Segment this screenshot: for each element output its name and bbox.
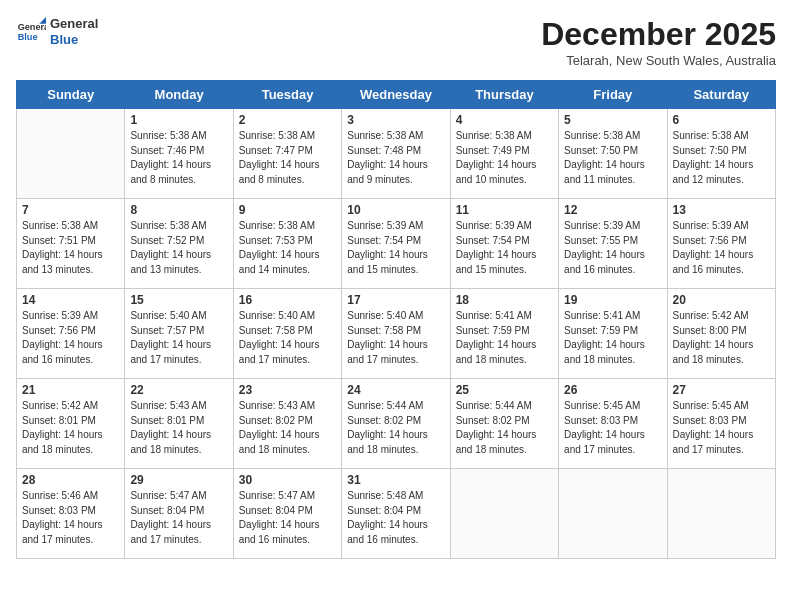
cell-content: Sunrise: 5:41 AMSunset: 7:59 PMDaylight:…	[456, 309, 553, 367]
cell-content: Sunrise: 5:38 AMSunset: 7:46 PMDaylight:…	[130, 129, 227, 187]
day-number: 17	[347, 293, 444, 307]
calendar-cell: 1Sunrise: 5:38 AMSunset: 7:46 PMDaylight…	[125, 109, 233, 199]
calendar-cell: 20Sunrise: 5:42 AMSunset: 8:00 PMDayligh…	[667, 289, 775, 379]
calendar-table: SundayMondayTuesdayWednesdayThursdayFrid…	[16, 80, 776, 559]
day-number: 11	[456, 203, 553, 217]
svg-text:General: General	[18, 22, 46, 32]
cell-content: Sunrise: 5:39 AMSunset: 7:56 PMDaylight:…	[22, 309, 119, 367]
logo-icon: General Blue	[16, 17, 46, 47]
calendar-week-row: 14Sunrise: 5:39 AMSunset: 7:56 PMDayligh…	[17, 289, 776, 379]
page-header: General Blue General Blue December 2025 …	[16, 16, 776, 68]
day-number: 13	[673, 203, 770, 217]
calendar-cell: 26Sunrise: 5:45 AMSunset: 8:03 PMDayligh…	[559, 379, 667, 469]
cell-content: Sunrise: 5:38 AMSunset: 7:50 PMDaylight:…	[673, 129, 770, 187]
calendar-cell: 15Sunrise: 5:40 AMSunset: 7:57 PMDayligh…	[125, 289, 233, 379]
cell-content: Sunrise: 5:47 AMSunset: 8:04 PMDaylight:…	[239, 489, 336, 547]
day-number: 12	[564, 203, 661, 217]
calendar-cell: 13Sunrise: 5:39 AMSunset: 7:56 PMDayligh…	[667, 199, 775, 289]
day-number: 15	[130, 293, 227, 307]
day-number: 1	[130, 113, 227, 127]
day-number: 16	[239, 293, 336, 307]
calendar-cell: 5Sunrise: 5:38 AMSunset: 7:50 PMDaylight…	[559, 109, 667, 199]
cell-content: Sunrise: 5:38 AMSunset: 7:50 PMDaylight:…	[564, 129, 661, 187]
calendar-cell: 27Sunrise: 5:45 AMSunset: 8:03 PMDayligh…	[667, 379, 775, 469]
logo-general: General	[50, 16, 98, 32]
calendar-cell: 2Sunrise: 5:38 AMSunset: 7:47 PMDaylight…	[233, 109, 341, 199]
cell-content: Sunrise: 5:44 AMSunset: 8:02 PMDaylight:…	[456, 399, 553, 457]
day-header-wednesday: Wednesday	[342, 81, 450, 109]
cell-content: Sunrise: 5:42 AMSunset: 8:00 PMDaylight:…	[673, 309, 770, 367]
day-header-saturday: Saturday	[667, 81, 775, 109]
day-number: 31	[347, 473, 444, 487]
day-number: 3	[347, 113, 444, 127]
cell-content: Sunrise: 5:39 AMSunset: 7:54 PMDaylight:…	[347, 219, 444, 277]
cell-content: Sunrise: 5:42 AMSunset: 8:01 PMDaylight:…	[22, 399, 119, 457]
calendar-cell: 21Sunrise: 5:42 AMSunset: 8:01 PMDayligh…	[17, 379, 125, 469]
calendar-week-row: 21Sunrise: 5:42 AMSunset: 8:01 PMDayligh…	[17, 379, 776, 469]
day-number: 21	[22, 383, 119, 397]
cell-content: Sunrise: 5:44 AMSunset: 8:02 PMDaylight:…	[347, 399, 444, 457]
title-area: December 2025 Telarah, New South Wales, …	[541, 16, 776, 68]
cell-content: Sunrise: 5:43 AMSunset: 8:02 PMDaylight:…	[239, 399, 336, 457]
cell-content: Sunrise: 5:38 AMSunset: 7:52 PMDaylight:…	[130, 219, 227, 277]
calendar-cell: 25Sunrise: 5:44 AMSunset: 8:02 PMDayligh…	[450, 379, 558, 469]
day-number: 27	[673, 383, 770, 397]
calendar-cell: 12Sunrise: 5:39 AMSunset: 7:55 PMDayligh…	[559, 199, 667, 289]
calendar-week-row: 7Sunrise: 5:38 AMSunset: 7:51 PMDaylight…	[17, 199, 776, 289]
calendar-week-row: 1Sunrise: 5:38 AMSunset: 7:46 PMDaylight…	[17, 109, 776, 199]
day-number: 26	[564, 383, 661, 397]
day-header-thursday: Thursday	[450, 81, 558, 109]
day-number: 6	[673, 113, 770, 127]
cell-content: Sunrise: 5:38 AMSunset: 7:47 PMDaylight:…	[239, 129, 336, 187]
calendar-cell: 28Sunrise: 5:46 AMSunset: 8:03 PMDayligh…	[17, 469, 125, 559]
calendar-cell: 3Sunrise: 5:38 AMSunset: 7:48 PMDaylight…	[342, 109, 450, 199]
day-number: 14	[22, 293, 119, 307]
month-title: December 2025	[541, 16, 776, 53]
day-number: 7	[22, 203, 119, 217]
cell-content: Sunrise: 5:39 AMSunset: 7:54 PMDaylight:…	[456, 219, 553, 277]
day-header-monday: Monday	[125, 81, 233, 109]
calendar-cell	[450, 469, 558, 559]
calendar-cell: 10Sunrise: 5:39 AMSunset: 7:54 PMDayligh…	[342, 199, 450, 289]
calendar-cell: 6Sunrise: 5:38 AMSunset: 7:50 PMDaylight…	[667, 109, 775, 199]
cell-content: Sunrise: 5:39 AMSunset: 7:56 PMDaylight:…	[673, 219, 770, 277]
day-number: 29	[130, 473, 227, 487]
cell-content: Sunrise: 5:38 AMSunset: 7:49 PMDaylight:…	[456, 129, 553, 187]
cell-content: Sunrise: 5:38 AMSunset: 7:51 PMDaylight:…	[22, 219, 119, 277]
day-number: 2	[239, 113, 336, 127]
day-number: 20	[673, 293, 770, 307]
cell-content: Sunrise: 5:40 AMSunset: 7:58 PMDaylight:…	[239, 309, 336, 367]
cell-content: Sunrise: 5:38 AMSunset: 7:48 PMDaylight:…	[347, 129, 444, 187]
day-number: 25	[456, 383, 553, 397]
day-number: 24	[347, 383, 444, 397]
svg-text:Blue: Blue	[18, 32, 38, 42]
day-number: 30	[239, 473, 336, 487]
calendar-cell	[559, 469, 667, 559]
day-number: 18	[456, 293, 553, 307]
calendar-cell: 17Sunrise: 5:40 AMSunset: 7:58 PMDayligh…	[342, 289, 450, 379]
day-header-tuesday: Tuesday	[233, 81, 341, 109]
cell-content: Sunrise: 5:39 AMSunset: 7:55 PMDaylight:…	[564, 219, 661, 277]
day-number: 19	[564, 293, 661, 307]
calendar-cell: 30Sunrise: 5:47 AMSunset: 8:04 PMDayligh…	[233, 469, 341, 559]
calendar-cell: 16Sunrise: 5:40 AMSunset: 7:58 PMDayligh…	[233, 289, 341, 379]
calendar-cell: 19Sunrise: 5:41 AMSunset: 7:59 PMDayligh…	[559, 289, 667, 379]
day-number: 5	[564, 113, 661, 127]
day-header-friday: Friday	[559, 81, 667, 109]
calendar-cell: 23Sunrise: 5:43 AMSunset: 8:02 PMDayligh…	[233, 379, 341, 469]
cell-content: Sunrise: 5:48 AMSunset: 8:04 PMDaylight:…	[347, 489, 444, 547]
cell-content: Sunrise: 5:47 AMSunset: 8:04 PMDaylight:…	[130, 489, 227, 547]
calendar-cell: 7Sunrise: 5:38 AMSunset: 7:51 PMDaylight…	[17, 199, 125, 289]
calendar-cell: 22Sunrise: 5:43 AMSunset: 8:01 PMDayligh…	[125, 379, 233, 469]
calendar-cell: 9Sunrise: 5:38 AMSunset: 7:53 PMDaylight…	[233, 199, 341, 289]
calendar-cell: 31Sunrise: 5:48 AMSunset: 8:04 PMDayligh…	[342, 469, 450, 559]
day-number: 28	[22, 473, 119, 487]
day-header-sunday: Sunday	[17, 81, 125, 109]
day-number: 22	[130, 383, 227, 397]
calendar-cell: 18Sunrise: 5:41 AMSunset: 7:59 PMDayligh…	[450, 289, 558, 379]
calendar-week-row: 28Sunrise: 5:46 AMSunset: 8:03 PMDayligh…	[17, 469, 776, 559]
logo: General Blue General Blue	[16, 16, 98, 47]
day-number: 4	[456, 113, 553, 127]
calendar-cell: 24Sunrise: 5:44 AMSunset: 8:02 PMDayligh…	[342, 379, 450, 469]
cell-content: Sunrise: 5:40 AMSunset: 7:58 PMDaylight:…	[347, 309, 444, 367]
